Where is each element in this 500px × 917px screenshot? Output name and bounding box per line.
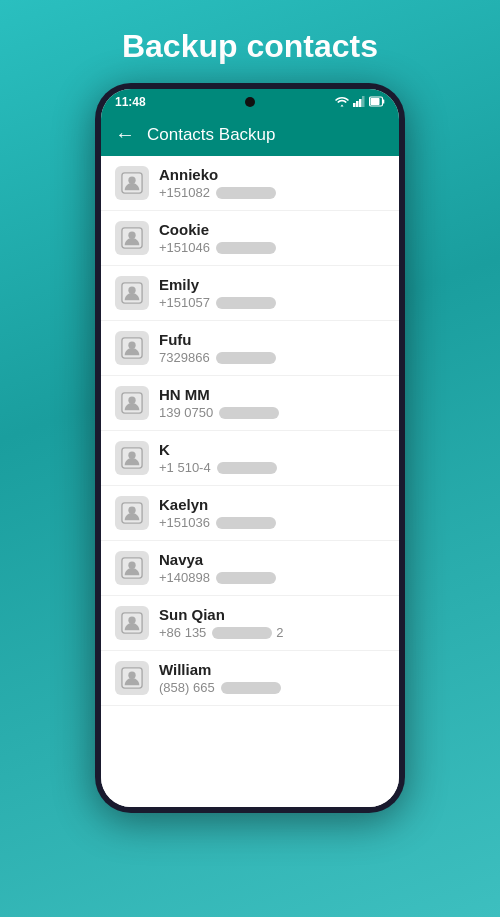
app-bar-title: Contacts Backup [147,125,276,145]
contact-name: Sun Qian [159,606,385,623]
contact-avatar [115,606,149,640]
contact-name: Kaelyn [159,496,385,513]
svg-point-20 [128,507,135,514]
page-title: Backup contacts [0,0,500,83]
status-icons [335,96,385,109]
contact-phone: +151036 [159,515,385,530]
phone-screen: 11:48 [101,89,399,807]
contact-avatar [115,386,149,420]
list-item[interactable]: Kaelyn +151036 [101,486,399,541]
list-item[interactable]: K +1 510-4 [101,431,399,486]
contact-info: Navya +140898 [159,551,385,585]
contact-info: Sun Qian +86 1352 [159,606,385,640]
contact-avatar [115,661,149,695]
contact-avatar [115,331,149,365]
svg-point-12 [128,287,135,294]
svg-rect-0 [353,103,356,107]
svg-point-18 [128,452,135,459]
svg-rect-3 [362,96,365,107]
svg-point-8 [128,177,135,184]
contact-phone: +1 510-4 [159,460,385,475]
back-button[interactable]: ← [115,123,135,146]
list-item[interactable]: Cookie +151046 [101,211,399,266]
svg-rect-2 [359,99,362,107]
contact-name: Annieko [159,166,385,183]
contact-phone: +151057 [159,295,385,310]
svg-point-26 [128,672,135,679]
contact-info: HN MM 139 0750 [159,386,385,420]
signal-icon [353,96,365,109]
contact-phone: +151046 [159,240,385,255]
battery-icon [369,96,385,109]
contact-name: Fufu [159,331,385,348]
contact-list[interactable]: Annieko +151082 Cookie +151046 Emily +15… [101,156,399,807]
contact-avatar [115,441,149,475]
contact-avatar [115,551,149,585]
svg-point-22 [128,562,135,569]
svg-rect-1 [356,101,359,107]
contact-info: Annieko +151082 [159,166,385,200]
contact-avatar [115,496,149,530]
svg-rect-5 [371,98,380,105]
app-bar: ← Contacts Backup [101,113,399,156]
contact-phone: 139 0750 [159,405,385,420]
svg-point-14 [128,342,135,349]
contact-avatar [115,166,149,200]
contact-name: William [159,661,385,678]
contact-name: Cookie [159,221,385,238]
wifi-icon [335,96,349,109]
contact-info: Emily +151057 [159,276,385,310]
contact-name: Emily [159,276,385,293]
svg-point-24 [128,617,135,624]
list-item[interactable]: Sun Qian +86 1352 [101,596,399,651]
phone-wrapper: 11:48 [95,83,405,813]
contact-name: Navya [159,551,385,568]
list-item[interactable]: Fufu 7329866 [101,321,399,376]
list-item[interactable]: HN MM 139 0750 [101,376,399,431]
contact-phone: 7329866 [159,350,385,365]
contact-info: K +1 510-4 [159,441,385,475]
svg-point-10 [128,232,135,239]
contact-info: William (858) 665 [159,661,385,695]
contact-info: Cookie +151046 [159,221,385,255]
list-item[interactable]: Annieko +151082 [101,156,399,211]
status-time: 11:48 [115,95,146,109]
contact-avatar [115,221,149,255]
list-item[interactable]: Navya +140898 [101,541,399,596]
contact-avatar [115,276,149,310]
contact-name: K [159,441,385,458]
contact-phone: +140898 [159,570,385,585]
list-item[interactable]: Emily +151057 [101,266,399,321]
contact-phone: +151082 [159,185,385,200]
list-item[interactable]: William (858) 665 [101,651,399,706]
svg-point-16 [128,397,135,404]
svg-rect-6 [383,99,385,103]
contact-info: Kaelyn +151036 [159,496,385,530]
contact-info: Fufu 7329866 [159,331,385,365]
camera-notch [245,97,255,107]
contact-phone: (858) 665 [159,680,385,695]
contact-name: HN MM [159,386,385,403]
contact-phone: +86 1352 [159,625,385,640]
